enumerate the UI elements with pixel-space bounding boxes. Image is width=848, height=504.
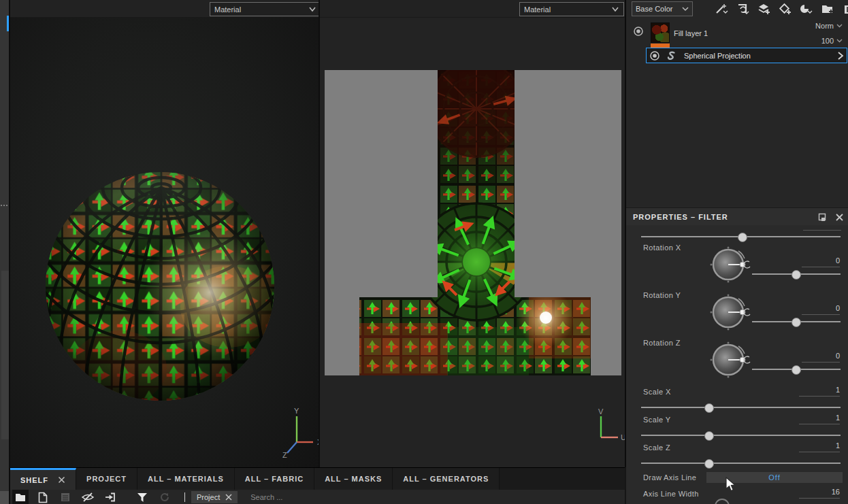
magic-wand-icon[interactable] <box>715 2 730 16</box>
rotation-x-slider[interactable] <box>752 269 841 279</box>
undock-icon[interactable] <box>818 213 827 222</box>
rotation-z-value[interactable]: 0 <box>802 351 840 363</box>
partial-dial[interactable] <box>715 499 730 504</box>
scale-x-value[interactable]: 1 <box>799 385 840 397</box>
axis-gizmo-2d: V U <box>592 408 625 450</box>
rotation-z-slider[interactable] <box>752 365 841 374</box>
add-fill-icon[interactable] <box>778 2 793 16</box>
effect-name: Spherical Projection <box>684 52 837 60</box>
axis-y-label: Y <box>294 407 299 415</box>
scale-z-slider[interactable] <box>641 458 841 468</box>
chevron-right-icon[interactable] <box>837 51 844 61</box>
scale-y-value[interactable]: 1 <box>799 413 840 424</box>
rotation-x-label: Rotation X <box>643 243 681 252</box>
tab-project-label: PROJECT <box>86 475 127 483</box>
effect-visibility-icon[interactable] <box>649 50 660 61</box>
dock-scrollbar-end <box>0 491 9 504</box>
search-input[interactable] <box>249 492 354 502</box>
rotation-x-value[interactable]: 0 <box>802 256 840 267</box>
shelf-panel: SHELF PROJECT ALL – MATERIALS ALL – FABR… <box>10 467 625 504</box>
viewport-3d[interactable]: Material <box>10 0 320 467</box>
chevron-down-icon <box>611 7 619 12</box>
rotation-x-dial[interactable] <box>709 246 751 288</box>
dock-accent-bar <box>7 16 9 31</box>
add-folder-icon[interactable] <box>820 2 835 16</box>
tab-all-generators-label: ALL – GENERATORS <box>403 475 489 483</box>
blend-mode-value: Norm <box>815 22 834 30</box>
import-icon[interactable] <box>102 490 118 504</box>
material-dropdown-3d[interactable]: Material <box>210 2 320 16</box>
add-effect-icon[interactable] <box>799 2 814 16</box>
new-file-icon[interactable] <box>35 490 51 504</box>
scale-x-label: Scale X <box>643 388 671 396</box>
tab-project[interactable]: PROJECT <box>76 468 137 490</box>
add-layer-icon[interactable] <box>757 2 772 16</box>
shelf-tabs: SHELF PROJECT ALL – MATERIALS ALL – FABR… <box>10 468 625 490</box>
close-icon[interactable] <box>225 494 232 501</box>
offset-slider[interactable] <box>641 232 841 241</box>
draw-axis-line-value: Off <box>768 473 780 482</box>
rotation-y-dial[interactable] <box>709 293 751 335</box>
rotation-y-value[interactable]: 0 <box>802 303 840 315</box>
axis-line-width-value[interactable]: 16 <box>799 487 840 499</box>
tab-all-generators[interactable]: ALL – GENERATORS <box>393 468 500 490</box>
scale-y-slider[interactable] <box>641 431 841 440</box>
channel-dropdown[interactable]: Base Color <box>632 1 693 16</box>
tab-shelf[interactable]: SHELF <box>10 468 76 490</box>
layer-thumbnail[interactable] <box>651 22 670 43</box>
close-icon[interactable] <box>58 476 65 484</box>
hidden-icon[interactable] <box>80 490 96 504</box>
properties-header: PROPERTIES – FILTER <box>626 207 848 226</box>
axis-u-label: U <box>621 433 625 441</box>
tab-all-fabric[interactable]: ALL – FABRIC <box>235 468 314 490</box>
axis-line-width-label: Axis Line Width <box>643 490 699 498</box>
panel-handle-icon[interactable] <box>1 205 7 206</box>
opacity-dropdown[interactable]: 100 <box>821 37 843 45</box>
scale-z-value[interactable]: 1 <box>799 441 840 452</box>
right-panel: Base Color <box>626 0 848 504</box>
tab-all-materials[interactable]: ALL – MATERIALS <box>137 468 235 490</box>
uv-texture-layout <box>325 70 621 375</box>
rotation-y-label: Rotation Y <box>643 291 681 299</box>
axis-gizmo-3d: Y X Z <box>281 405 320 458</box>
opacity-value: 100 <box>821 37 834 45</box>
text-caret <box>184 492 185 502</box>
tab-all-masks[interactable]: ALL – MASKS <box>314 468 393 490</box>
delete-icon[interactable] <box>841 2 848 16</box>
uv-canvas[interactable] <box>325 70 621 375</box>
scale-y-label: Scale Y <box>643 416 671 424</box>
textured-sphere-mesh[interactable] <box>37 164 282 409</box>
blend-mode-dropdown[interactable]: Norm <box>815 22 843 30</box>
layer-visibility-icon[interactable] <box>633 26 644 37</box>
project-filter-label: Project <box>197 493 220 501</box>
layer-toolbar <box>715 0 848 17</box>
value-input-underline <box>803 230 841 231</box>
refresh-icon[interactable] <box>157 490 173 504</box>
chevron-down-icon <box>836 24 843 28</box>
left-dock-strip[interactable] <box>0 0 10 504</box>
save-icon[interactable] <box>57 490 74 504</box>
chevron-down-icon <box>682 7 689 12</box>
rotation-z-dial[interactable] <box>709 341 751 383</box>
substance-icon <box>666 50 677 61</box>
layer-name[interactable]: Fill layer 1 <box>674 29 708 37</box>
layer-effect-row-selected[interactable]: Spherical Projection <box>646 48 847 63</box>
application-window: Material <box>0 0 848 504</box>
reproject-icon[interactable] <box>736 2 751 16</box>
project-filter-chip[interactable]: Project <box>191 491 238 503</box>
close-icon[interactable] <box>835 213 844 222</box>
dock-scrollbar[interactable] <box>1 271 9 439</box>
material-dropdown-2d-label: Material <box>524 5 551 14</box>
scale-x-slider[interactable] <box>641 403 841 412</box>
filter-funnel-icon[interactable] <box>134 490 150 504</box>
chevron-down-icon <box>836 39 843 43</box>
rotation-z-label: Rotation Z <box>643 339 681 347</box>
viewport-2d-uv[interactable]: Material <box>320 0 626 467</box>
rotation-y-slider[interactable] <box>752 317 841 326</box>
shelf-toolbar: Project <box>10 490 625 504</box>
draw-axis-line-label: Draw Axis Line <box>643 473 696 482</box>
tab-all-materials-label: ALL – MATERIALS <box>148 475 224 483</box>
folder-icon[interactable] <box>12 490 29 504</box>
material-dropdown-2d[interactable]: Material <box>519 2 624 16</box>
layer-row-fill[interactable]: Fill layer 1 Norm 100 <box>626 20 848 48</box>
